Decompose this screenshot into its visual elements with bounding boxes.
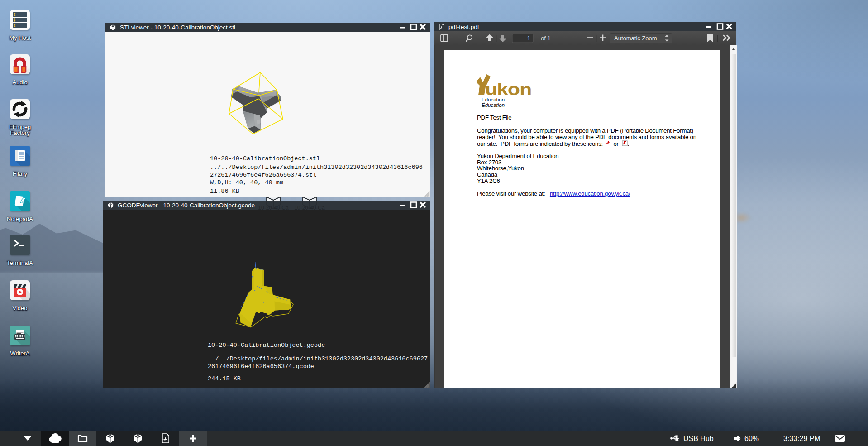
- svg-text:of 1: of 1: [541, 35, 551, 42]
- svg-text:10-20-40-CalibrationObject.stl: 10-20-40-CalibrationObject.stl: [210, 155, 320, 162]
- svg-text:../../Desktop/files/admin/init: ../../Desktop/files/admin/inith31302d323…: [208, 355, 428, 362]
- svg-text:W,D,H: 40, 40, 40 mm: W,D,H: 40, 40, 40 mm: [210, 179, 283, 186]
- svg-text:11.86 KB: 11.86 KB: [210, 188, 239, 195]
- svg-text:ukon: ukon: [485, 80, 531, 97]
- svg-text:2726174696f6e4f626a656374.stl: 2726174696f6e4f626a656374.stl: [210, 172, 316, 178]
- svg-text:26174696f6e4f626a656374.gcode: 26174696f6e4f626a656374.gcode: [208, 363, 314, 370]
- svg-text:10-20-40-CalibrationObject.gco: 10-20-40-CalibrationObject.gcode: [208, 342, 325, 349]
- svg-text:Automatic Zoom: Automatic Zoom: [614, 35, 657, 42]
- svg-text:244.15 KB: 244.15 KB: [208, 375, 241, 382]
- svg-text:../../Desktop/files/admin/init: ../../Desktop/files/admin/inith31302d323…: [210, 164, 423, 171]
- svg-text:1: 1: [527, 35, 530, 42]
